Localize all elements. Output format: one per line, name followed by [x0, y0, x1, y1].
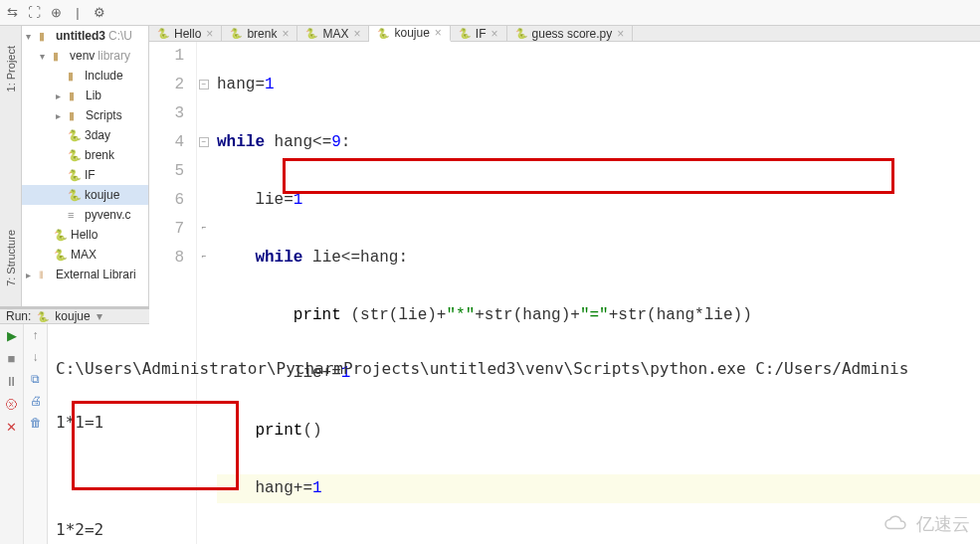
python-icon: 🐍: [230, 28, 242, 39]
stop-icon[interactable]: ■: [8, 351, 16, 366]
expand-icon[interactable]: ⛶: [26, 5, 42, 21]
tree-file-max[interactable]: 🐍MAX: [22, 245, 148, 265]
tab-koujue[interactable]: 🐍koujue×: [369, 26, 450, 42]
fold-end-icon: ⌐: [199, 224, 209, 234]
pause-icon[interactable]: ⏸: [5, 374, 18, 389]
run-panel: Run: 🐍 koujue ▾ ▶ ■ ⏸ ⮾ ✕ ↑ ↓ ⧉ 🖨 🗑 C:\U…: [0, 306, 980, 544]
run-toolbar-right: ↑ ↓ ⧉ 🖨 🗑: [24, 324, 48, 544]
fold-icon[interactable]: −: [199, 137, 209, 147]
gear-icon[interactable]: ⚙: [92, 5, 107, 21]
tab-label: IF: [476, 27, 487, 41]
down-icon[interactable]: ↓: [33, 350, 39, 364]
tab-if[interactable]: 🐍IF×: [451, 26, 507, 41]
console-output[interactable]: C:\Users\Administrator\PycharmProjects\u…: [48, 324, 980, 544]
tree-label: Hello: [71, 228, 98, 242]
console-line: 1*1=1: [56, 409, 972, 436]
tree-root[interactable]: ▾▮ untitled3 C:\U: [22, 26, 148, 46]
tree-file-hello[interactable]: 🐍Hello: [22, 225, 148, 245]
divider-icon: |: [70, 5, 86, 21]
tab-label: MAX: [322, 27, 348, 41]
tab-label: brenk: [247, 27, 277, 41]
python-icon: 🐍: [37, 311, 49, 322]
toolbar: ⇆ ⛶ ⊕ | ⚙: [0, 0, 980, 26]
up-icon[interactable]: ↑: [33, 328, 39, 342]
tree-external[interactable]: ▸⫴External Librari: [22, 265, 148, 284]
collapse-icon[interactable]: ⇆: [4, 5, 20, 21]
tab-label: guess score.py: [532, 27, 613, 41]
tree-label: Include: [85, 69, 123, 83]
tree-label: pyvenv.c: [85, 208, 130, 222]
watermark: 亿速云: [882, 512, 970, 536]
tree-label: External Librari: [56, 268, 136, 281]
tree-venv[interactable]: ▾▮ venv library: [22, 46, 148, 66]
tree-file-pyvenv[interactable]: ≡pyvenv.c: [22, 205, 148, 225]
trash-icon[interactable]: 🗑: [30, 416, 42, 430]
console-line: [56, 462, 972, 489]
tree-file-brenk[interactable]: 🐍brenk: [22, 145, 148, 165]
python-icon: 🐍: [515, 28, 527, 39]
close-icon[interactable]: ×: [491, 27, 498, 41]
tree-suffix: library: [98, 49, 130, 63]
close-icon[interactable]: ×: [435, 26, 442, 40]
close-icon[interactable]: ×: [617, 27, 624, 41]
python-icon: 🐍: [377, 28, 389, 39]
tab-label: Hello: [174, 27, 201, 41]
wrap-icon[interactable]: ⧉: [31, 372, 40, 386]
run-label: Run:: [6, 309, 31, 323]
tab-max[interactable]: 🐍MAX×: [297, 26, 369, 41]
tree-scripts[interactable]: ▸▮Scripts: [22, 105, 148, 125]
tab-label: koujue: [394, 26, 429, 40]
close-icon[interactable]: ×: [206, 27, 213, 41]
tree-label: Scripts: [86, 108, 122, 122]
structure-toolwindow-tab[interactable]: 7: Structure: [5, 230, 17, 286]
left-tool-strip: 1: Project 7: Structure: [0, 26, 22, 306]
close-icon[interactable]: ✕: [6, 420, 17, 435]
tree-include[interactable]: ▮Include: [22, 66, 148, 86]
tree-label: MAX: [71, 248, 97, 262]
fold-end-icon: ⌐: [199, 253, 209, 263]
tree-file-if[interactable]: 🐍IF: [22, 165, 148, 185]
tab-guess[interactable]: 🐍guess score.py×: [507, 26, 634, 41]
chevron-down-icon[interactable]: ▾: [97, 309, 102, 323]
print-icon[interactable]: 🖨: [30, 394, 42, 408]
run-toolbar-left: ▶ ■ ⏸ ⮾ ✕: [0, 324, 24, 544]
tree-label: koujue: [85, 188, 119, 202]
project-toolwindow-tab[interactable]: 1: Project: [5, 46, 17, 91]
python-icon: 🐍: [459, 28, 471, 39]
editor-tabs: 🐍Hello× 🐍brenk× 🐍MAX× 🐍koujue× 🐍IF× 🐍gue…: [149, 26, 980, 42]
close-icon[interactable]: ×: [282, 27, 289, 41]
run-icon[interactable]: ▶: [7, 328, 17, 343]
watermark-text: 亿速云: [916, 512, 970, 536]
tree-label: brenk: [85, 148, 114, 162]
console-line: C:\Users\Administrator\PycharmProjects\u…: [56, 355, 972, 382]
tab-hello[interactable]: 🐍Hello×: [149, 26, 222, 41]
target-icon[interactable]: ⊕: [48, 5, 64, 21]
project-tree[interactable]: ▾▮ untitled3 C:\U ▾▮ venv library ▮Inclu…: [22, 26, 149, 306]
tree-lib[interactable]: ▸▮Lib: [22, 86, 148, 105]
cloud-icon: [882, 514, 912, 534]
fold-icon[interactable]: −: [199, 80, 209, 90]
python-icon: 🐍: [157, 28, 169, 39]
tab-brenk[interactable]: 🐍brenk×: [222, 26, 297, 41]
tree-label: venv: [70, 49, 95, 63]
tree-label: untitled3: [56, 29, 105, 43]
tree-label: 3day: [85, 128, 110, 142]
tree-label: IF: [85, 168, 96, 182]
exit-icon[interactable]: ⮾: [5, 397, 18, 412]
tree-label: Lib: [86, 89, 101, 102]
tree-file-koujue[interactable]: 🐍koujue: [22, 185, 148, 205]
close-icon[interactable]: ×: [353, 27, 360, 41]
console-line: 1*2=2: [56, 516, 972, 543]
tree-suffix: C:\U: [108, 29, 132, 43]
run-target: koujue: [55, 309, 90, 323]
python-icon: 🐍: [305, 28, 317, 39]
tree-file-3day[interactable]: 🐍3day: [22, 125, 148, 145]
